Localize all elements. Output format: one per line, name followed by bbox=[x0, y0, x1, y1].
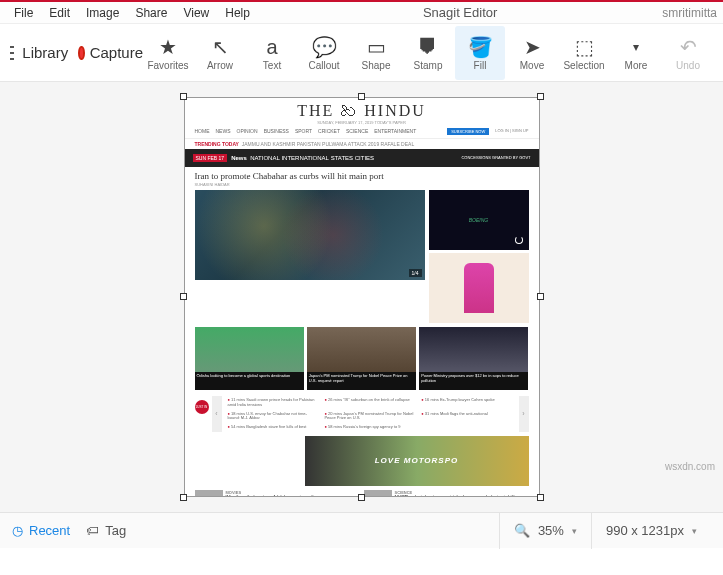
nav-item: NEWS bbox=[216, 128, 231, 135]
page-nav: HOME NEWS OPINION BUSINESS SPORT CRICKET… bbox=[185, 125, 539, 139]
tool-text[interactable]: aText bbox=[247, 26, 297, 80]
tag-label: Tag bbox=[105, 523, 126, 538]
thumb-row: Odisha looking to become a global sports… bbox=[185, 323, 539, 394]
carousel-item: ● 11 mins Saudi crown prince heads for P… bbox=[225, 396, 322, 410]
resize-handle[interactable] bbox=[358, 93, 365, 100]
thumb-caption: Japan's PM nominated Trump for Nobel Pea… bbox=[307, 372, 416, 390]
zoom-control[interactable]: 🔍35%▾ bbox=[499, 513, 591, 549]
shape-icon: ▭ bbox=[367, 34, 386, 60]
tool-fill[interactable]: 🪣Fill bbox=[455, 26, 505, 80]
spinner-icon bbox=[515, 236, 523, 244]
tool-selection[interactable]: ⬚Selection bbox=[559, 26, 609, 80]
resize-handle[interactable] bbox=[180, 93, 187, 100]
menu-edit[interactable]: Edit bbox=[41, 4, 78, 22]
tool-arrow[interactable]: ↖Arrow bbox=[195, 26, 245, 80]
tool-undo[interactable]: ↶Undo bbox=[663, 26, 713, 80]
canvas-area[interactable]: THE 🙠 HINDU SUNDAY, FEBRUARY 17, 2019 TO… bbox=[0, 82, 723, 512]
menu-view[interactable]: View bbox=[175, 4, 217, 22]
display-ad bbox=[429, 253, 529, 323]
status-bar: ◷Recent 🏷Tag 🔍35%▾ 990 x 1231px▾ bbox=[0, 512, 723, 548]
fill-icon: 🪣 bbox=[468, 34, 493, 60]
carousel-item: ● 58 mins Russia's foreign spy agency to… bbox=[321, 423, 418, 432]
tool-callout[interactable]: 💬Callout bbox=[299, 26, 349, 80]
hero-row: 1/4 BOEING bbox=[185, 190, 539, 323]
resize-handle[interactable] bbox=[358, 494, 365, 501]
thumb-card: Power Ministry proposes over $12 bn in s… bbox=[419, 327, 528, 390]
tool-shape[interactable]: ▭Shape bbox=[351, 26, 401, 80]
undo-icon: ↶ bbox=[680, 34, 697, 60]
tool-label: Selection bbox=[563, 60, 604, 71]
nav-item: CRICKET bbox=[318, 128, 340, 135]
nav-item: SPORT bbox=[295, 128, 312, 135]
arrow-icon: ↖ bbox=[212, 34, 229, 60]
tool-label: Arrow bbox=[207, 60, 233, 71]
tool-label: More bbox=[625, 60, 648, 71]
library-button[interactable]: Library bbox=[22, 44, 68, 61]
tool-label: Callout bbox=[308, 60, 339, 71]
recent-tab[interactable]: ◷Recent bbox=[12, 523, 70, 538]
tool-label: Stamp bbox=[414, 60, 443, 71]
date-tag: SUN FEB 17 bbox=[193, 154, 228, 162]
menu-image[interactable]: Image bbox=[78, 4, 127, 22]
nav-item: BUSINESS bbox=[264, 128, 289, 135]
tool-label: Shape bbox=[362, 60, 391, 71]
capture-button[interactable]: Capture bbox=[90, 44, 143, 61]
carousel-item bbox=[418, 423, 515, 432]
resize-handle[interactable] bbox=[537, 93, 544, 100]
carousel-item: ● 20 mins Japan's PM nominated Trump for… bbox=[321, 410, 418, 424]
tool-label: Fill bbox=[474, 60, 487, 71]
tool-label: Move bbox=[520, 60, 544, 71]
video-ad: BOEING bbox=[429, 190, 529, 250]
tag-tab[interactable]: 🏷Tag bbox=[86, 523, 126, 538]
text-icon: a bbox=[266, 34, 277, 60]
captured-image[interactable]: THE 🙠 HINDU SUNDAY, FEBRUARY 17, 2019 TO… bbox=[184, 97, 540, 497]
callout-icon: 💬 bbox=[312, 34, 337, 60]
dimensions-value: 990 x 1231px bbox=[606, 523, 684, 538]
record-icon[interactable] bbox=[78, 46, 84, 60]
more-icon: ▾ bbox=[633, 34, 639, 60]
dimensions-control[interactable]: 990 x 1231px▾ bbox=[591, 513, 711, 549]
thumb-image bbox=[195, 327, 304, 372]
newsbar-promo: CONCESSIONS GRANTED BY GOVT bbox=[461, 156, 530, 160]
hamburger-icon[interactable] bbox=[10, 46, 14, 60]
byline: SUHASINI HAIDAR bbox=[185, 182, 539, 190]
carousel-item: ● 54 mins Bangladesh stave five lulls of… bbox=[225, 423, 322, 432]
nav-item: OPINION bbox=[237, 128, 258, 135]
bottom-thumb bbox=[364, 490, 392, 497]
main-toolbar: Library Capture ★Favorites ↖Arrow aText … bbox=[0, 24, 723, 82]
menu-share[interactable]: Share bbox=[127, 4, 175, 22]
news-label: News bbox=[231, 155, 247, 161]
star-icon: ★ bbox=[159, 34, 177, 60]
carousel-item: ● 16 mins Ex-Trump lawyer Cohen spoke bbox=[418, 396, 515, 410]
trending-label: TRENDING TODAY bbox=[195, 141, 239, 147]
chevron-down-icon: ▾ bbox=[572, 526, 577, 536]
menu-file[interactable]: File bbox=[6, 4, 41, 22]
side-column: BOEING bbox=[429, 190, 529, 323]
watermark: wsxdn.com bbox=[665, 461, 715, 472]
resize-handle[interactable] bbox=[537, 293, 544, 300]
carousel-item: ● 31 mins Modi flags the anti-national bbox=[418, 410, 515, 424]
resize-handle[interactable] bbox=[537, 494, 544, 501]
menu-help[interactable]: Help bbox=[217, 4, 258, 22]
tool-stamp[interactable]: ⛊Stamp bbox=[403, 26, 453, 80]
resize-handle[interactable] bbox=[180, 293, 187, 300]
newsbar-item: CITIES bbox=[355, 155, 374, 161]
user-name[interactable]: smritimitta bbox=[662, 6, 717, 20]
page-masthead: THE 🙠 HINDU bbox=[185, 98, 539, 120]
newsbar-item: NATIONAL bbox=[250, 155, 280, 161]
resize-handle[interactable] bbox=[180, 494, 187, 501]
search-icon: 🔍 bbox=[514, 523, 530, 538]
tool-more[interactable]: ▾More bbox=[611, 26, 661, 80]
trending-items: JAMMU AND KASHMIR PAKISTAN PULWAMA ATTAC… bbox=[242, 141, 414, 147]
headline: Iran to promote Chabahar as curbs will h… bbox=[185, 167, 539, 182]
tool-move[interactable]: ➤Move bbox=[507, 26, 557, 80]
just-in-badge: JUST IN bbox=[195, 400, 209, 414]
tool-group: ★Favorites ↖Arrow aText 💬Callout ▭Shape … bbox=[143, 26, 713, 80]
stamp-icon: ⛊ bbox=[418, 34, 438, 60]
tool-favorites[interactable]: ★Favorites bbox=[143, 26, 193, 80]
tag-icon: 🏷 bbox=[86, 523, 99, 538]
recent-label: Recent bbox=[29, 523, 70, 538]
carousel-prev-icon: ‹ bbox=[212, 396, 222, 432]
newsbar-item: INTERNATIONAL bbox=[281, 155, 329, 161]
tool-label: Undo bbox=[676, 60, 700, 71]
